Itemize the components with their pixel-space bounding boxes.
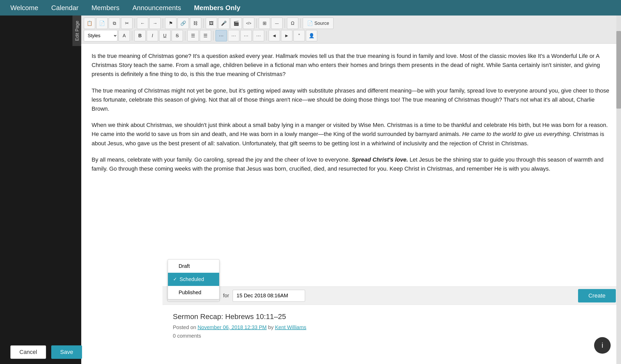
styles-select[interactable]: Styles xyxy=(84,30,117,41)
toolbar-row-2: Styles A B I U S ☰ ☰ ⋯ ⋯ ⋯ ⋯ ◄ ► ” 👤 xyxy=(84,30,618,41)
below-section: Sermon Recap: Hebrews 10:11–25 Posted on… xyxy=(162,305,621,364)
posted-date[interactable]: November 06, 2018 12:33 PM xyxy=(198,324,267,330)
toolbar-divider-9 xyxy=(213,31,213,40)
bold-button[interactable]: B xyxy=(134,30,146,41)
paragraph-1: Is the true meaning of Christmas gone? I… xyxy=(92,51,611,79)
special-char-button[interactable]: Ω xyxy=(287,18,298,29)
dropdown-scheduled[interactable]: ✓ Scheduled xyxy=(168,273,219,286)
published-label: Published xyxy=(179,290,201,295)
save-button[interactable]: Save xyxy=(51,345,82,359)
underline-button[interactable]: U xyxy=(159,30,171,41)
ordered-list-button[interactable]: ☰ xyxy=(187,30,199,41)
toolbar-divider-4 xyxy=(256,19,257,28)
strikethrough-button[interactable]: S xyxy=(172,30,183,41)
table-button[interactable]: ⊞ xyxy=(259,18,270,29)
italic-button[interactable]: I xyxy=(147,30,158,41)
scheduled-label: Scheduled xyxy=(180,276,204,282)
author-link[interactable]: Kent Williams xyxy=(275,324,306,330)
indent-button[interactable]: ► xyxy=(281,30,292,41)
image-button[interactable]: 🖼 xyxy=(206,18,217,29)
flag-button[interactable]: ⚑ xyxy=(165,18,176,29)
action-bar: Cancel Save xyxy=(10,345,82,359)
copy-button[interactable]: ⧉ xyxy=(109,18,120,29)
audio-button[interactable]: 🎤 xyxy=(218,18,230,29)
info-button[interactable]: i xyxy=(594,337,611,354)
nav-announcements[interactable]: Announcements xyxy=(132,4,181,12)
unordered-list-button[interactable]: ☰ xyxy=(200,30,211,41)
date-input[interactable] xyxy=(233,290,305,302)
published-check xyxy=(173,290,176,295)
video-button[interactable]: 🎬 xyxy=(231,18,242,29)
blockquote-button[interactable]: ” xyxy=(293,30,305,41)
redo-button[interactable]: → xyxy=(149,18,161,29)
post-title: Sermon Recap: Hebrews 10:11–25 xyxy=(173,313,611,321)
cut-button[interactable]: ✂ xyxy=(121,18,132,29)
create-button[interactable]: Create xyxy=(578,289,616,302)
posted-on-label: Posted on xyxy=(173,324,196,330)
cancel-button[interactable]: Cancel xyxy=(10,345,46,359)
toolbar-divider-8 xyxy=(185,31,185,40)
status-dropdown-wrapper: Draft ✓ Scheduled Published Scheduled xyxy=(168,290,219,302)
draft-check xyxy=(173,263,176,269)
code-embed-button[interactable]: </> xyxy=(243,18,254,29)
left-panel xyxy=(0,16,80,364)
by-label: by xyxy=(268,324,275,330)
toolbar-divider-6 xyxy=(300,19,301,28)
toolbar-divider-7 xyxy=(132,31,132,40)
copy-doc-button[interactable]: 📋 xyxy=(84,18,95,29)
link-button[interactable]: 🔗 xyxy=(178,18,189,29)
posted-line: Posted on November 06, 2018 12:33 PM by … xyxy=(173,324,611,330)
nav-members[interactable]: Members xyxy=(91,4,119,12)
nav-bar: Welcome Calendar Members Announcements M… xyxy=(0,0,621,16)
undo-button[interactable]: ← xyxy=(137,18,148,29)
editor-area[interactable]: Is the true meaning of Christmas gone? I… xyxy=(81,44,621,199)
nav-members-only[interactable]: Members Only xyxy=(194,4,240,12)
status-bar: Draft ✓ Scheduled Published Scheduled fo… xyxy=(162,286,621,305)
paragraph-3: When we think about Christmas, we should… xyxy=(92,120,611,148)
paste-button[interactable]: 📄 xyxy=(96,18,108,29)
outdent-button[interactable]: ◄ xyxy=(269,30,280,41)
toolbar-divider-3 xyxy=(203,19,204,28)
comments-count: 0 comments xyxy=(173,333,611,339)
nav-welcome[interactable]: Welcome xyxy=(10,4,38,12)
align-center-button[interactable]: ⋯ xyxy=(228,30,239,41)
scrollbar-thumb[interactable] xyxy=(616,31,621,109)
toolbar-divider-10 xyxy=(266,31,267,40)
align-right-button[interactable]: ⋯ xyxy=(240,30,252,41)
unlink-button[interactable]: ⛓ xyxy=(190,18,201,29)
status-dropdown-menu[interactable]: Draft ✓ Scheduled Published xyxy=(168,259,219,299)
toolbar-divider-2 xyxy=(163,19,163,28)
edit-page-tab[interactable]: Edit Page xyxy=(72,16,81,46)
scrollbar-track[interactable] xyxy=(616,16,621,364)
nav-calendar[interactable]: Calendar xyxy=(51,4,79,12)
person-button[interactable]: 👤 xyxy=(306,30,317,41)
toolbar: 📋 📄 ⧉ ✂ ← → ⚑ 🔗 ⛓ 🖼 🎤 🎬 </> ⊞ — Ω 📄 So xyxy=(81,16,621,44)
format-button[interactable]: A xyxy=(119,30,130,41)
for-label: for xyxy=(223,293,229,299)
paragraph-2: The true meaning of Christmas might not … xyxy=(92,86,611,113)
toolbar-divider-5 xyxy=(285,19,285,28)
source-icon: 📄 xyxy=(307,20,313,26)
hr-button[interactable]: — xyxy=(271,18,283,29)
align-justify-button[interactable]: ⋯ xyxy=(253,30,264,41)
scheduled-check: ✓ xyxy=(173,276,177,282)
main-content: 📋 📄 ⧉ ✂ ← → ⚑ 🔗 ⛓ 🖼 🎤 🎬 </> ⊞ — Ω 📄 So xyxy=(81,16,621,364)
source-label: Source xyxy=(314,21,329,26)
dropdown-published[interactable]: Published xyxy=(168,286,219,299)
toolbar-divider-1 xyxy=(135,19,135,28)
source-button[interactable]: 📄 Source xyxy=(303,18,334,29)
draft-label: Draft xyxy=(179,263,190,269)
align-left-button[interactable]: ⋯ xyxy=(216,30,227,41)
toolbar-row-1: 📋 📄 ⧉ ✂ ← → ⚑ 🔗 ⛓ 🖼 🎤 🎬 </> ⊞ — Ω 📄 So xyxy=(84,18,618,29)
dropdown-draft[interactable]: Draft xyxy=(168,260,219,273)
paragraph-4: By all means, celebrate with your family… xyxy=(92,155,611,173)
